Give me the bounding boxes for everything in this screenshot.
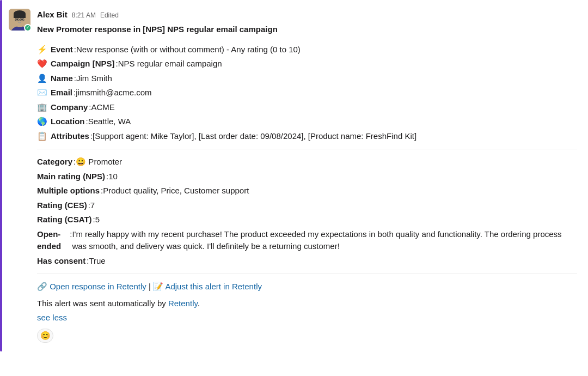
add-reaction-button[interactable]: 😊 (37, 329, 53, 343)
rating-row-4: Rating (CSAT): 5 (37, 214, 577, 226)
field-label-0: Event (51, 44, 73, 56)
rating-label-0: Category (37, 156, 72, 168)
adjust-alert-link[interactable]: Adjust this alert in Retently (165, 282, 262, 291)
rating-row-6: Has consent: True (37, 255, 577, 268)
auto-sent-text: This alert was sent automatically by Ret… (37, 298, 577, 310)
rating-label-5: Open-ended (37, 228, 69, 253)
info-row-6: 📋Attributes: [Support agent: Mike Taylor… (37, 130, 577, 143)
info-row-3: ✉️Email: jimsmith@acme.com (37, 87, 577, 99)
link-emoji-1: 🔗 (37, 282, 50, 291)
svg-point-6 (16, 19, 18, 21)
rating-label-4: Rating (CSAT) (37, 214, 92, 226)
field-emoji-5: 🌎 (37, 116, 47, 128)
add-reaction-icon: 😊 (40, 331, 51, 341)
message-container: Alex Bit 8:21 AM Edited New Promoter res… (0, 0, 588, 351)
message-title: New Promoter response in [NPS] NPS regul… (37, 23, 577, 35)
field-value-4: ACME (91, 101, 115, 114)
rating-row-0: Category: 😀 Promoter (37, 156, 577, 168)
field-emoji-6: 📋 (37, 130, 47, 143)
online-badge (24, 24, 32, 32)
rating-row-5: Open-ended: I'm really happy with my rec… (37, 228, 577, 253)
rating-value-3: 7 (90, 199, 95, 212)
rating-label-1: Main rating (NPS) (37, 171, 105, 183)
avatar-wrapper (9, 9, 30, 31)
rating-value-1: 10 (108, 171, 118, 183)
edited-label: Edited (100, 10, 119, 20)
field-label-2: Name (51, 72, 73, 85)
info-row-5: 🌎Location: Seattle, WA (37, 116, 577, 128)
field-label-1: Campaign [NPS] (51, 58, 115, 70)
ratings-block: Category: 😀 PromoterMain rating (NPS): 1… (37, 156, 577, 267)
content-area: Alex Bit 8:21 AM Edited New Promoter res… (37, 9, 577, 343)
rating-row-2: Multiple options: Product quality, Price… (37, 185, 577, 197)
field-value-6: [Support agent: Mike Taylor], [Last orde… (93, 130, 416, 143)
field-value-1: NPS regular email campaign (118, 58, 222, 70)
reactions-area: 😊 (37, 329, 577, 343)
auto-sent-suffix: . (198, 299, 200, 308)
links-block: 🔗 Open response in Retently | 📝 Adjust t… (37, 281, 577, 293)
field-value-3: jimsmith@acme.com (76, 87, 151, 99)
rating-value-4: 5 (95, 214, 100, 226)
field-label-4: Company (51, 101, 88, 114)
svg-point-7 (21, 19, 23, 21)
field-value-0: New response (with or without comment) -… (76, 44, 301, 56)
link-emoji-2: 📝 (153, 282, 165, 291)
timestamp: 8:21 AM (72, 10, 96, 20)
divider-2 (37, 274, 577, 274)
field-emoji-4: 🏢 (37, 101, 47, 114)
rating-value-6: True (89, 255, 105, 268)
field-value-5: Seattle, WA (88, 116, 131, 128)
open-response-link[interactable]: Open response in Retently (50, 282, 146, 291)
info-row-0: ⚡Event: New response (with or without co… (37, 44, 577, 56)
links-separator: | (149, 282, 153, 291)
links-row: 🔗 Open response in Retently | 📝 Adjust t… (37, 281, 577, 293)
rating-row-1: Main rating (NPS): 10 (37, 171, 577, 183)
info-row-1: ❤️Campaign [NPS]: NPS regular email camp… (37, 58, 577, 70)
retently-link[interactable]: Retently (168, 299, 198, 308)
field-value-2: Jim Smith (76, 72, 112, 85)
rating-label-3: Rating (CES) (37, 199, 87, 212)
info-row-2: 👤Name: Jim Smith (37, 72, 577, 85)
field-emoji-3: ✉️ (37, 87, 47, 99)
rating-value-2: Product quality, Price, Customer support (103, 185, 249, 197)
auto-sent-prefix: This alert was sent automatically by (37, 299, 168, 308)
field-label-6: Attributes (51, 130, 89, 143)
field-emoji-0: ⚡ (37, 44, 47, 56)
info-block: ⚡Event: New response (with or without co… (37, 44, 577, 143)
message-header: Alex Bit 8:21 AM Edited (37, 9, 577, 21)
see-less-link[interactable]: see less (37, 312, 577, 324)
rating-label-6: Has consent (37, 255, 85, 268)
rating-label-2: Multiple options (37, 185, 100, 197)
rating-row-3: Rating (CES): 7 (37, 199, 577, 212)
field-emoji-2: 👤 (37, 72, 47, 85)
rating-value-0: 😀 Promoter (76, 156, 122, 168)
field-emoji-1: ❤️ (37, 58, 47, 70)
avatar-area (9, 9, 30, 343)
rating-value-5: I'm really happy with my recent purchase… (72, 228, 577, 253)
divider-1 (37, 149, 577, 149)
field-label-3: Email (51, 87, 72, 99)
info-row-4: 🏢Company: ACME (37, 101, 577, 114)
svg-rect-5 (14, 14, 26, 18)
message-left-border (0, 0, 2, 351)
field-label-5: Location (51, 116, 85, 128)
author-name: Alex Bit (37, 9, 68, 21)
